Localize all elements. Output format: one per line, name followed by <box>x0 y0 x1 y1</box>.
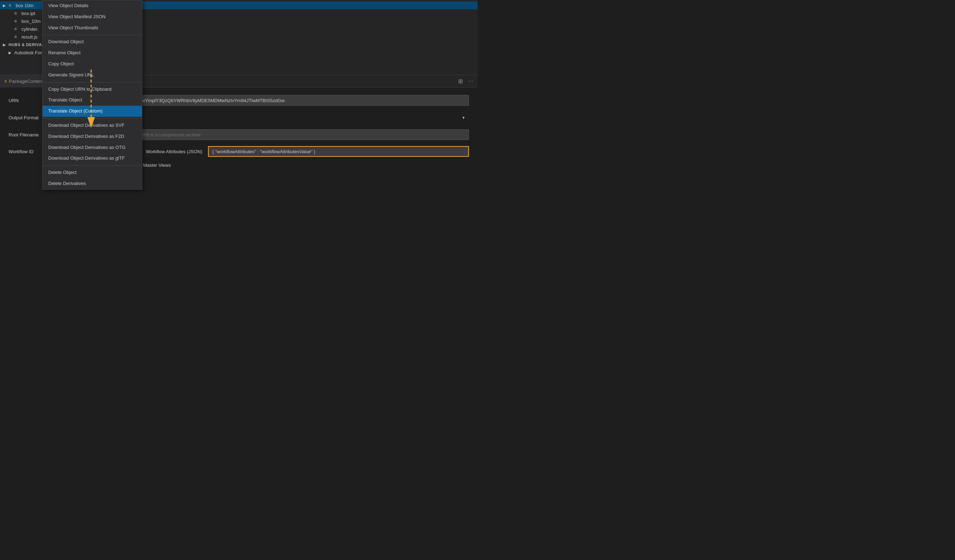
menu-item-download-gltf[interactable]: Download Object Derivatives as glTF <box>42 153 142 164</box>
menu-item-download-f2d[interactable]: Download Object Derivatives as F2D <box>42 131 142 142</box>
split-editor-button[interactable]: ⊞ <box>457 76 464 86</box>
file-icon: ≡ <box>14 34 20 39</box>
file-icon: ≡ <box>9 3 14 8</box>
workflow-attributes-input[interactable] <box>208 146 469 157</box>
file-icon: ≡ <box>14 19 20 23</box>
menu-separator-4 <box>42 165 142 166</box>
menu-separator-1 <box>42 34 142 35</box>
menu-item-signed-url[interactable]: Generate Signed URL <box>42 70 142 81</box>
file-tree-panel: ▶ ≡ box 10m ≡ box.ipt ≡ box_10m ≡ cylind… <box>0 0 478 75</box>
tree-item-label: box_10m <box>22 19 41 24</box>
tree-item-label: box.ipt <box>22 11 35 16</box>
menu-item-download-otg[interactable]: Download Object Derivatives as OTG <box>42 142 142 153</box>
tree-item-label: result.js <box>22 34 38 40</box>
tab-icon-package: ≡ <box>4 79 7 84</box>
menu-separator-2 <box>42 82 142 83</box>
menu-separator-3 <box>42 118 142 119</box>
context-menu: View Object Details View Object Manifest… <box>42 0 142 190</box>
menu-item-delete-derivatives[interactable]: Delete Derivatives <box>42 178 142 189</box>
tree-item-label: Autodesk For <box>14 50 42 55</box>
tree-item-label: cylinder. <box>22 27 39 32</box>
tab-actions: ⊞ ··· <box>457 76 478 86</box>
file-icon: ≡ <box>14 11 20 16</box>
expand-arrow: ▶ <box>9 51 14 55</box>
menu-item-rename[interactable]: Rename Object <box>42 47 142 59</box>
menu-item-translate-custom[interactable]: Translate Object (Custom) <box>42 106 142 117</box>
menu-item-translate[interactable]: Translate Object <box>42 95 142 106</box>
workflow-attributes-label: Workflow Attributes (JSON) <box>146 149 202 154</box>
menu-item-download[interactable]: Download Object <box>42 36 142 47</box>
menu-item-copy-urn[interactable]: Copy Object URN to Clipboard <box>42 84 142 95</box>
menu-item-delete-object[interactable]: Delete Object <box>42 167 142 178</box>
menu-item-copy[interactable]: Copy Object <box>42 59 142 70</box>
tree-item-label: box 10m <box>16 3 34 8</box>
file-icon: ≡ <box>14 27 20 31</box>
menu-item-view-details[interactable]: View Object Details <box>42 0 142 11</box>
menu-item-download-svf[interactable]: Download Object Derivatives as SVF <box>42 120 142 131</box>
menu-item-view-manifest[interactable]: View Object Manifest JSON <box>42 11 142 22</box>
more-actions-button[interactable]: ··· <box>467 76 474 86</box>
expand-arrow: ▶ <box>3 3 9 8</box>
section-arrow: ▶ <box>3 43 9 47</box>
menu-item-view-thumbnails[interactable]: View Object Thumbnails <box>42 22 142 34</box>
